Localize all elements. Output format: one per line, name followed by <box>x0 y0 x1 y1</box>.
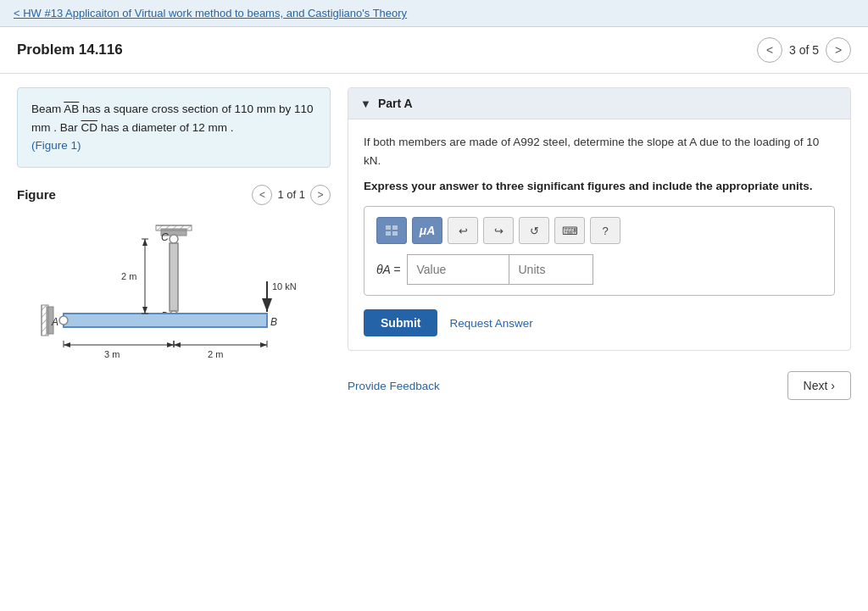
next-icon: › <box>831 379 835 392</box>
value-input[interactable] <box>407 254 509 285</box>
help-button[interactable]: ? <box>590 217 620 244</box>
part-a-header: ▼ Part A <box>348 88 850 119</box>
part-a-title: Part A <box>378 97 413 110</box>
problem-header: Problem 14.116 < 3 of 5 > <box>0 27 868 74</box>
svg-text:C: C <box>161 231 169 243</box>
left-panel: Beam AB has a square cross section of 11… <box>17 87 331 569</box>
figure-section: Figure < 1 of 1 > <box>17 185 331 400</box>
svg-rect-4 <box>156 225 192 231</box>
submit-button[interactable]: Submit <box>364 309 437 336</box>
svg-text:A: A <box>51 316 58 328</box>
units-input[interactable] <box>509 254 593 285</box>
figure-nav: < 1 of 1 > <box>252 185 331 205</box>
problem-description: Beam AB has a square cross section of 11… <box>17 87 331 168</box>
svg-rect-35 <box>392 231 398 236</box>
figure-page-indicator: 1 of 1 <box>277 188 305 201</box>
express-text: Express your answer to three significant… <box>364 180 835 192</box>
grid-button[interactable] <box>376 217 407 244</box>
right-panel: ▼ Part A If both members are made of A99… <box>348 87 851 569</box>
part-a-body: If both members are made of A992 steel, … <box>348 119 850 350</box>
svg-rect-33 <box>392 225 398 230</box>
refresh-button[interactable]: ↺ <box>519 217 549 244</box>
prev-problem-button[interactable]: < <box>757 37 782 63</box>
toolbar: μA ↩ ↪ ↺ ⌨ ? <box>376 217 822 244</box>
request-answer-link[interactable]: Request Answer <box>449 317 532 330</box>
page-indicator: 3 of 5 <box>789 43 819 57</box>
svg-text:3 m: 3 m <box>104 349 120 359</box>
collapse-icon[interactable]: ▼ <box>360 97 371 110</box>
svg-rect-32 <box>386 225 391 230</box>
svg-text:10 kN: 10 kN <box>272 281 297 292</box>
next-label: Next <box>804 379 828 392</box>
breadcrumb: < HW #13 Applicaiton of Virtual work met… <box>14 7 407 19</box>
svg-point-15 <box>59 316 68 325</box>
figure-link[interactable]: (Figure 1) <box>31 139 81 152</box>
problem-title: Problem 14.116 <box>17 42 123 58</box>
main-content: Beam AB has a square cross section of 11… <box>0 74 868 582</box>
action-row: Submit Request Answer <box>364 309 835 336</box>
figure-label: Figure <box>17 187 56 202</box>
theta-label: θA = <box>376 263 400 276</box>
provide-feedback-link[interactable]: Provide Feedback <box>348 380 440 392</box>
svg-rect-7 <box>170 243 178 311</box>
figure-header: Figure < 1 of 1 > <box>17 185 331 205</box>
next-button[interactable]: Next › <box>787 371 851 400</box>
keyboard-button[interactable]: ⌨ <box>554 217 585 244</box>
svg-text:2 m: 2 m <box>208 349 223 359</box>
nav-controls: < 3 of 5 > <box>757 37 851 63</box>
next-problem-button[interactable]: > <box>826 37 851 63</box>
next-figure-button[interactable]: > <box>310 185 331 205</box>
input-row: θA = <box>376 254 822 285</box>
redo-button[interactable]: ↪ <box>483 217 514 244</box>
svg-rect-34 <box>386 231 391 236</box>
mu-button[interactable]: μA <box>412 217 442 244</box>
feedback-row: Provide Feedback Next › <box>348 371 851 400</box>
prev-figure-button[interactable]: < <box>252 185 272 205</box>
desc-line1: Beam AB has a square cross section of 11… <box>31 103 313 134</box>
part-a-body-text: If both members are made of A992 steel, … <box>364 133 835 169</box>
svg-rect-13 <box>42 305 48 336</box>
svg-text:2 m: 2 m <box>121 271 136 281</box>
svg-text:B: B <box>270 316 277 328</box>
top-bar[interactable]: < HW #13 Applicaiton of Virtual work met… <box>0 0 868 27</box>
svg-point-6 <box>170 235 178 243</box>
part-a-box: ▼ Part A If both members are made of A99… <box>348 87 851 351</box>
svg-rect-11 <box>64 314 267 327</box>
answer-area: μA ↩ ↪ ↺ ⌨ ? θA = <box>364 206 835 296</box>
figure-drawing: C D A B <box>17 214 331 400</box>
undo-button[interactable]: ↩ <box>448 217 478 244</box>
